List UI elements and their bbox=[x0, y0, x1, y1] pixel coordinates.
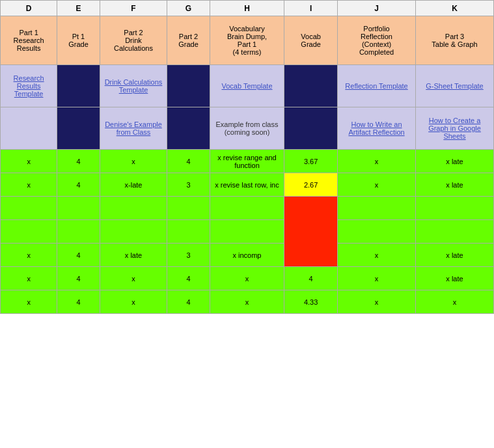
cell-g2: 3 bbox=[167, 173, 210, 197]
cell-f2: x-late bbox=[100, 173, 167, 197]
main-spreadsheet: D E F G H I J K Part 1ResearchResults Pt… bbox=[0, 0, 494, 314]
col-letter-h: H bbox=[210, 1, 284, 16]
cell-k1: x late bbox=[416, 150, 494, 173]
col-letter-d: D bbox=[1, 1, 57, 16]
header-e: Pt 1Grade bbox=[57, 16, 100, 65]
gsheet-template-link[interactable]: G-Sheet Template bbox=[426, 82, 483, 90]
cell-h3 bbox=[210, 197, 284, 220]
vocab-template-link[interactable]: Vocab Template bbox=[221, 82, 272, 90]
cell-h2: x revise last row, inc bbox=[210, 173, 284, 197]
data-row-5: x 4 x late 3 x incomp x x late bbox=[1, 244, 494, 267]
cell-i1: 3.67 bbox=[284, 150, 338, 173]
cell-e5: 4 bbox=[57, 244, 100, 267]
cell-e2: 4 bbox=[57, 173, 100, 197]
cell-h4 bbox=[210, 220, 284, 244]
cell-extra-g bbox=[167, 107, 210, 150]
data-row-7: x 4 x 4 x 4.33 x x bbox=[1, 290, 494, 314]
cell-h6: x bbox=[210, 267, 284, 290]
cell-f4 bbox=[100, 220, 167, 244]
cell-i6: 4 bbox=[284, 267, 338, 290]
cell-k6: x late bbox=[416, 267, 494, 290]
cell-e7: 4 bbox=[57, 290, 100, 314]
cell-template-f[interactable]: Drink Calculations Template bbox=[100, 65, 167, 107]
header-h: VocabularyBrain Dump,Part 1(4 terms) bbox=[210, 16, 284, 65]
section-header-row: Part 1ResearchResults Pt 1Grade Part 2Dr… bbox=[1, 16, 494, 65]
how-to-write-reflection-link[interactable]: How to Write an Artifact Reflection bbox=[348, 120, 404, 136]
header-j: PortfolioReflection(Context)Completed bbox=[338, 16, 416, 65]
cell-k3 bbox=[416, 197, 494, 220]
cell-extra-d bbox=[1, 107, 57, 150]
header-g: Part 2Grade bbox=[167, 16, 210, 65]
cell-template-j[interactable]: Reflection Template bbox=[338, 65, 416, 107]
cell-e1: 4 bbox=[57, 150, 100, 173]
extra-links-row: Denise's Example from Class Example from… bbox=[1, 107, 494, 150]
data-row-6: x 4 x 4 x 4 x x late bbox=[1, 267, 494, 290]
cell-template-d[interactable]: Research Results Template bbox=[1, 65, 57, 107]
cell-extra-i bbox=[284, 107, 338, 150]
cell-k4 bbox=[416, 220, 494, 244]
reflection-template-link[interactable]: Reflection Template bbox=[345, 82, 407, 90]
cell-k7: x bbox=[416, 290, 494, 314]
template-links-row: Research Results Template Drink Calculat… bbox=[1, 65, 494, 107]
denise-example-link[interactable]: Denise's Example from Class bbox=[105, 120, 162, 136]
cell-j6: x bbox=[338, 267, 416, 290]
how-to-create-graph-link[interactable]: How to Create a Graph in Google Sheets bbox=[428, 117, 481, 140]
cell-g7: 4 bbox=[167, 290, 210, 314]
cell-d4 bbox=[1, 220, 57, 244]
header-f: Part 2DrinkCalculations bbox=[100, 16, 167, 65]
col-letter-k: K bbox=[416, 1, 494, 16]
data-row-1: x 4 x 4 x revise range and function 3.67… bbox=[1, 150, 494, 173]
data-row-4 bbox=[1, 220, 494, 244]
cell-extra-k[interactable]: How to Create a Graph in Google Sheets bbox=[416, 107, 494, 150]
col-letter-g: G bbox=[167, 1, 210, 16]
cell-extra-h: Example from class (coming soon) bbox=[210, 107, 284, 150]
cell-j7: x bbox=[338, 290, 416, 314]
cell-g5: 3 bbox=[167, 244, 210, 267]
cell-d3 bbox=[1, 197, 57, 220]
col-letter-e: E bbox=[57, 1, 100, 16]
cell-e3 bbox=[57, 197, 100, 220]
cell-f1: x bbox=[100, 150, 167, 173]
cell-h7: x bbox=[210, 290, 284, 314]
cell-f5: x late bbox=[100, 244, 167, 267]
col-letter-f: F bbox=[100, 1, 167, 16]
cell-template-h[interactable]: Vocab Template bbox=[210, 65, 284, 107]
cell-i2: 2.67 bbox=[284, 173, 338, 197]
cell-k5: x late bbox=[416, 244, 494, 267]
cell-j4 bbox=[338, 220, 416, 244]
cell-extra-e bbox=[57, 107, 100, 150]
research-results-template-link[interactable]: Research Results Template bbox=[14, 74, 44, 98]
cell-f7: x bbox=[100, 290, 167, 314]
cell-template-g bbox=[167, 65, 210, 107]
cell-g6: 4 bbox=[167, 267, 210, 290]
data-row-3 bbox=[1, 197, 494, 220]
cell-f3 bbox=[100, 197, 167, 220]
cell-extra-f[interactable]: Denise's Example from Class bbox=[100, 107, 167, 150]
cell-d7: x bbox=[1, 290, 57, 314]
cell-h5: x incomp bbox=[210, 244, 284, 267]
col-letter-j: J bbox=[338, 1, 416, 16]
cell-template-i bbox=[284, 65, 338, 107]
cell-extra-j[interactable]: How to Write an Artifact Reflection bbox=[338, 107, 416, 150]
cell-j5: x bbox=[338, 244, 416, 267]
header-i: VocabGrade bbox=[284, 16, 338, 65]
cell-h1: x revise range and function bbox=[210, 150, 284, 173]
header-d: Part 1ResearchResults bbox=[1, 16, 57, 65]
cell-d2: x bbox=[1, 173, 57, 197]
cell-d6: x bbox=[1, 267, 57, 290]
cell-g4 bbox=[167, 220, 210, 244]
col-letter-i: I bbox=[284, 1, 338, 16]
cell-g1: 4 bbox=[167, 150, 210, 173]
cell-g3 bbox=[167, 197, 210, 220]
cell-f6: x bbox=[100, 267, 167, 290]
header-k: Part 3Table & Graph bbox=[416, 16, 494, 65]
cell-e4 bbox=[57, 220, 100, 244]
cell-j3 bbox=[338, 197, 416, 220]
column-letters-row: D E F G H I J K bbox=[1, 1, 494, 16]
cell-k2: x late bbox=[416, 173, 494, 197]
cell-template-k[interactable]: G-Sheet Template bbox=[416, 65, 494, 107]
cell-e6: 4 bbox=[57, 267, 100, 290]
cell-d5: x bbox=[1, 244, 57, 267]
cell-d1: x bbox=[1, 150, 57, 173]
drink-calculations-template-link[interactable]: Drink Calculations Template bbox=[105, 78, 163, 94]
